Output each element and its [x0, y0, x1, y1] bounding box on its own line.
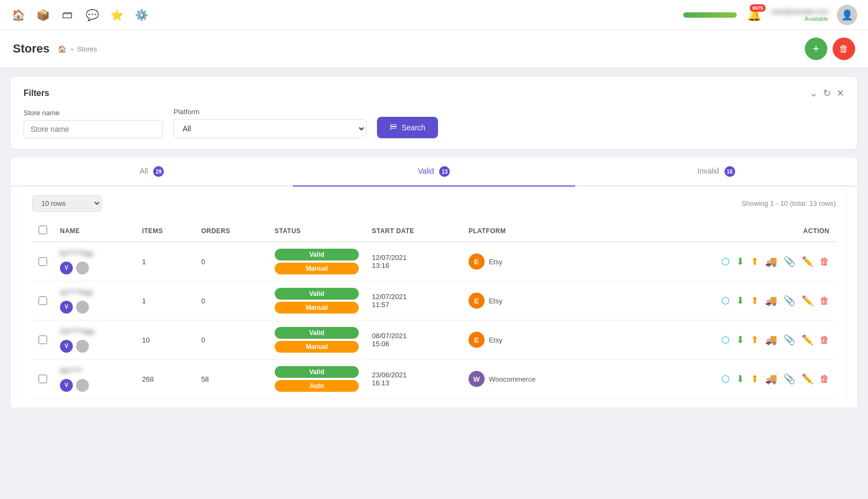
- action-edit-icon[interactable]: ✏️: [802, 295, 813, 307]
- row-orders: 58: [195, 360, 268, 399]
- platform-name: Etsy: [489, 336, 502, 344]
- row-start-date: 12/07/202111:57: [365, 281, 462, 321]
- action-clip-icon[interactable]: 📎: [783, 373, 795, 385]
- table-row: Ch*****hop V 10 0 Valid Manual 08/07/202…: [32, 321, 836, 360]
- add-button[interactable]: +: [805, 38, 827, 60]
- action-cube-icon[interactable]: ⬡: [721, 295, 730, 307]
- row-start-date: 23/06/202116:13: [365, 360, 462, 399]
- search-button[interactable]: ⛿ Search: [377, 117, 438, 138]
- row-status-cell: Valid Auto: [268, 360, 366, 399]
- badge-gray: [76, 301, 89, 314]
- collapse-icon[interactable]: ⌄: [810, 87, 818, 99]
- row-name-icons: V: [60, 379, 129, 392]
- chat-icon[interactable]: 💬: [85, 8, 100, 23]
- row-name-cell: Go***** V: [54, 360, 135, 399]
- badge-gray: [76, 262, 89, 274]
- platform-select[interactable]: All: [173, 119, 366, 138]
- settings-icon[interactable]: ⚙️: [134, 8, 149, 23]
- row-action-cell: ⬡ ⬇ ⬆ 🚚 📎 ✏️ 🗑: [624, 321, 836, 360]
- status-main-badge: Valid: [275, 327, 359, 339]
- badge-gray: [76, 379, 89, 392]
- tabs-container: All 29 Valid 13 Invalid 16 10 rows 25 ro…: [11, 158, 857, 407]
- platform-icon: W: [469, 371, 485, 387]
- showing-text: Showing 1 - 10 (total: 13 rows): [742, 199, 836, 207]
- row-platform-cell: E Etsy: [462, 281, 602, 321]
- delete-button[interactable]: 🗑: [833, 38, 855, 60]
- row-checkbox-cell: [32, 360, 54, 399]
- status-main-badge: Valid: [275, 288, 359, 300]
- home-icon[interactable]: 🏠: [11, 8, 26, 23]
- tab-valid[interactable]: Valid 13: [293, 158, 575, 185]
- tabs: All 29 Valid 13 Invalid 16: [11, 158, 857, 187]
- row-name-icons: V: [60, 340, 129, 353]
- action-trash-icon[interactable]: 🗑: [820, 256, 829, 267]
- close-icon[interactable]: ✕: [836, 87, 844, 99]
- action-trash-icon[interactable]: 🗑: [820, 295, 829, 307]
- action-upload-icon[interactable]: ⬆: [751, 373, 759, 385]
- platform-name: Etsy: [489, 258, 502, 266]
- row-status-cell: Valid Manual: [268, 281, 366, 321]
- action-cube-icon[interactable]: ⬡: [721, 334, 730, 346]
- breadcrumb: 🏠 » Stores: [58, 45, 97, 53]
- action-cube-icon[interactable]: ⬡: [721, 373, 730, 385]
- th-start-date: START DATE: [365, 220, 462, 242]
- stores-table: NAME ITEMS ORDERS STATUS START DATE PLAT…: [32, 220, 836, 399]
- row-action-cell: ⬡ ⬇ ⬆ 🚚 📎 ✏️ 🗑: [624, 281, 836, 321]
- tab-all[interactable]: All 29: [11, 158, 293, 185]
- action-truck-icon[interactable]: 🚚: [765, 373, 777, 385]
- nav-icons: 🏠 📦 🗃 💬 ⭐ ⚙️: [11, 8, 149, 23]
- avatar[interactable]: 👤: [837, 5, 857, 25]
- row-items: 1: [135, 281, 194, 321]
- row-checkbox-cell: [32, 281, 54, 321]
- store-name-label: Store name: [24, 109, 163, 117]
- row-items: 1: [135, 242, 194, 281]
- action-download-icon[interactable]: ⬇: [736, 295, 744, 307]
- tab-invalid[interactable]: Invalid 16: [575, 158, 857, 185]
- breadcrumb-stores: Stores: [77, 45, 97, 53]
- action-trash-icon[interactable]: 🗑: [820, 374, 829, 385]
- action-trash-icon[interactable]: 🗑: [820, 334, 829, 346]
- row-checkbox-cell: [32, 321, 54, 360]
- action-download-icon[interactable]: ⬇: [736, 256, 744, 267]
- badge-v: V: [60, 301, 73, 314]
- tab-valid-label: Valid: [418, 167, 434, 175]
- th-platform: PLATFORM: [462, 220, 602, 242]
- store-name-input[interactable]: [24, 120, 163, 138]
- action-upload-icon[interactable]: ⬆: [751, 295, 759, 307]
- action-edit-icon[interactable]: ✏️: [802, 373, 813, 385]
- star-icon[interactable]: ⭐: [109, 8, 124, 23]
- notifications-button[interactable]: 🔔 9975: [745, 6, 763, 24]
- row-name-cell: Jo*****hop V: [54, 281, 135, 321]
- action-upload-icon[interactable]: ⬆: [751, 256, 759, 267]
- action-truck-icon[interactable]: 🚚: [765, 256, 777, 267]
- box-icon[interactable]: 📦: [35, 8, 50, 23]
- action-clip-icon[interactable]: 📎: [783, 256, 795, 267]
- th-orders: ORDERS: [195, 220, 268, 242]
- row-checkbox-cell: [32, 242, 54, 281]
- row-checkbox[interactable]: [39, 375, 47, 383]
- badge-gray: [76, 340, 89, 353]
- action-edit-icon[interactable]: ✏️: [802, 334, 813, 346]
- archive-icon[interactable]: 🗃: [60, 8, 75, 23]
- user-email: user@example.com: [771, 8, 828, 16]
- select-all-checkbox[interactable]: [39, 226, 47, 234]
- action-edit-icon[interactable]: ✏️: [802, 256, 813, 267]
- refresh-icon[interactable]: ↻: [823, 87, 831, 99]
- action-download-icon[interactable]: ⬇: [736, 334, 744, 346]
- notification-badge: 9975: [750, 4, 766, 12]
- action-truck-icon[interactable]: 🚚: [765, 295, 777, 307]
- row-items: 268: [135, 360, 194, 399]
- platform-icon: E: [469, 293, 485, 309]
- action-upload-icon[interactable]: ⬆: [751, 334, 759, 346]
- row-checkbox[interactable]: [39, 296, 47, 305]
- th-checkbox: [32, 220, 54, 242]
- action-clip-icon[interactable]: 📎: [783, 334, 795, 346]
- search-label: Search: [402, 123, 425, 132]
- row-checkbox[interactable]: [39, 336, 47, 344]
- rows-per-page-select[interactable]: 10 rows 25 rows 50 rows 100 rows: [32, 195, 102, 212]
- action-truck-icon[interactable]: 🚚: [765, 334, 777, 346]
- row-checkbox[interactable]: [39, 257, 47, 266]
- action-download-icon[interactable]: ⬇: [736, 373, 744, 385]
- action-clip-icon[interactable]: 📎: [783, 295, 795, 307]
- action-cube-icon[interactable]: ⬡: [721, 256, 730, 267]
